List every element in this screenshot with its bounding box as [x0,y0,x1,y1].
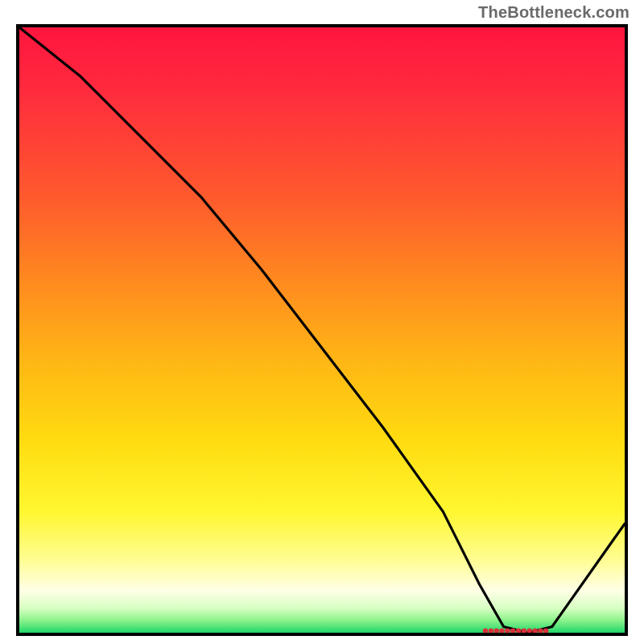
optimal-marker-dot [483,629,488,634]
chart-container: TheBottleneck.com [0,0,644,644]
optimal-marker-dot [489,629,493,634]
watermark-text: TheBottleneck.com [478,3,630,22]
plot-area [16,24,628,636]
bottleneck-curve [19,27,625,633]
optimal-marker-dot [522,629,526,634]
optimal-marker-dot [532,629,537,634]
optimal-marker-dot [499,629,504,634]
optimal-marker-dot [527,629,532,634]
optimal-marker-dot [494,629,499,634]
